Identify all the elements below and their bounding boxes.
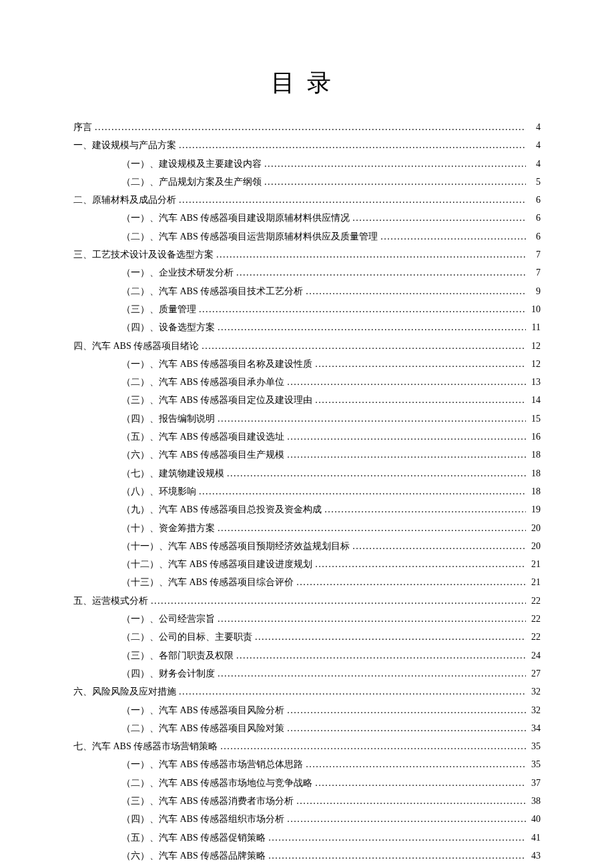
toc-entry[interactable]: 六、风险风险及应对措施32: [73, 683, 541, 701]
toc-entry-label: （七）、汽车 ABS 传感器整合营销: [121, 865, 266, 868]
toc-entry[interactable]: 二、原辅材料及成品分析6: [73, 191, 541, 209]
toc-entry[interactable]: （三）、汽车 ABS 传感器消费者市场分析38: [73, 792, 541, 810]
toc-entry[interactable]: （四）、财务会计制度27: [73, 665, 541, 683]
toc-entry-label: （六）、汽车 ABS 传感器项目生产规模: [121, 446, 284, 464]
toc-entry-page: 7: [529, 264, 541, 282]
toc-entry-label: （二）、汽车 ABS 传感器项目风险对策: [121, 719, 284, 737]
toc-entry-label: 序言: [73, 118, 92, 136]
toc-entry-label: （三）、各部门职责及权限: [121, 646, 234, 665]
toc-entry[interactable]: （二）、汽车 ABS 传感器项目风险对策34: [73, 719, 541, 737]
toc-entry[interactable]: （十一）、汽车 ABS 传感器项目预期经济效益规划目标20: [73, 537, 541, 555]
toc-entry[interactable]: （十三）、汽车 ABS 传感器项目综合评价21: [73, 573, 541, 591]
toc-entry-page: 38: [529, 792, 541, 810]
toc-entry[interactable]: （三）、质量管理10: [73, 300, 541, 318]
toc-entry[interactable]: （四）、报告编制说明15: [73, 410, 541, 428]
toc-entry-label: （八）、环境影响: [121, 482, 196, 500]
toc-entry[interactable]: （五）、汽车 ABS 传感器项目建设选址16: [73, 428, 541, 446]
toc-entry[interactable]: （一）、汽车 ABS 传感器项目风险分析32: [73, 701, 541, 719]
toc-entry-label: 二、原辅材料及成品分析: [73, 191, 176, 209]
toc-entry-page: 10: [529, 300, 541, 318]
toc-entry-page: 40: [529, 810, 541, 828]
toc-entry[interactable]: （六）、汽车 ABS 传感器品牌策略43: [73, 847, 541, 865]
toc-entry-page: 18: [529, 482, 541, 500]
toc-entry-page: 11: [529, 318, 541, 336]
toc-dots: [227, 464, 526, 482]
toc-entry[interactable]: （一）、企业技术研发分析7: [73, 264, 541, 282]
toc-entry-page: 27: [529, 665, 541, 683]
toc-entry[interactable]: （十二）、汽车 ABS 传感器项目建设进度规划21: [73, 555, 541, 573]
toc-entry-label: （五）、汽车 ABS 传感器项目建设选址: [121, 428, 284, 446]
toc-entry[interactable]: （二）、汽车 ABS 传感器项目技术工艺分析9: [73, 282, 541, 300]
toc-entry-label: （一）、汽车 ABS 传感器市场营销总体思路: [121, 755, 303, 773]
toc-dots: [380, 228, 526, 246]
toc-entry[interactable]: （五）、汽车 ABS 传感器促销策略41: [73, 829, 541, 847]
toc-entry-label: 七、汽车 ABS 传感器市场营销策略: [73, 737, 218, 755]
toc-entry[interactable]: （六）、汽车 ABS 传感器项目生产规模18: [73, 446, 541, 464]
toc-entry-label: （二）、公司的目标、主要职责: [121, 628, 252, 646]
toc-entry-page: 13: [529, 373, 541, 391]
toc-entry-label: （十）、资金筹措方案: [121, 519, 215, 537]
toc-dots: [268, 847, 526, 865]
toc-entry-label: 五、运营模式分析: [73, 592, 148, 610]
toc-entry-label: （一）、汽车 ABS 传感器项目建设期原辅材料供应情况: [121, 209, 350, 227]
toc-entry-page: 5: [529, 173, 541, 191]
toc-entry[interactable]: （三）、汽车 ABS 传感器项目定位及建设理由14: [73, 391, 541, 409]
toc-entry[interactable]: （二）、汽车 ABS 传感器项目承办单位13: [73, 373, 541, 391]
toc-dots: [179, 191, 526, 209]
toc-entry[interactable]: （一）、汽车 ABS 传感器项目名称及建设性质12: [73, 355, 541, 373]
toc-entry[interactable]: （二）、公司的目标、主要职责22: [73, 628, 541, 646]
toc-entry[interactable]: （九）、汽车 ABS 传感器项目总投资及资金构成19: [73, 500, 541, 518]
toc-entry-page: 34: [529, 719, 541, 737]
toc-dots: [236, 646, 526, 665]
toc-entry-page: 6: [529, 191, 541, 209]
toc-entry[interactable]: 三、工艺技术设计及设备选型方案7: [73, 246, 541, 264]
toc-entry[interactable]: （三）、各部门职责及权限24: [73, 646, 541, 665]
toc-entry-page: 4: [529, 155, 541, 173]
toc-dots: [264, 173, 526, 191]
toc-entry[interactable]: （一）、建设规模及主要建设内容4: [73, 155, 541, 173]
toc-entry-page: 24: [529, 646, 541, 665]
toc-entry[interactable]: （四）、汽车 ABS 传感器组织市场分析40: [73, 810, 541, 828]
toc-entry[interactable]: （二）、汽车 ABS 传感器市场地位与竞争战略37: [73, 774, 541, 792]
toc-entry-page: 20: [529, 519, 541, 537]
toc-entry-page: 41: [529, 829, 541, 847]
toc-entry-label: （二）、汽车 ABS 传感器市场地位与竞争战略: [121, 774, 312, 792]
toc-entry[interactable]: （一）、公司经营宗旨22: [73, 610, 541, 628]
toc-entry-page: 37: [529, 774, 541, 792]
toc-entry[interactable]: （二）、汽车 ABS 传感器项目运营期原辅材料供应及质量管理6: [73, 228, 541, 246]
toc-entry-page: 9: [529, 282, 541, 300]
toc-entry-page: 6: [529, 209, 541, 227]
toc-entry[interactable]: （一）、汽车 ABS 传感器市场营销总体思路35: [73, 755, 541, 773]
toc-dots: [218, 610, 526, 628]
toc-entry-page: 15: [529, 410, 541, 428]
toc-entry[interactable]: 序言4: [73, 118, 541, 136]
toc-entry[interactable]: （七）、建筑物建设规模18: [73, 464, 541, 482]
toc-entry-label: （一）、公司经营宗旨: [121, 610, 215, 628]
toc-entry-page: 12: [529, 337, 541, 355]
toc-entry-label: （一）、汽车 ABS 传感器项目名称及建设性质: [121, 355, 312, 373]
toc-dots: [255, 628, 526, 646]
toc-dots: [179, 683, 526, 701]
toc-dots: [287, 701, 526, 719]
toc-entry[interactable]: （一）、汽车 ABS 传感器项目建设期原辅材料供应情况6: [73, 209, 541, 227]
toc-entry-page: 19: [529, 500, 541, 518]
toc-entry[interactable]: （十）、资金筹措方案20: [73, 519, 541, 537]
toc-entry-page: 14: [529, 391, 541, 409]
toc-entry-label: 一、建设规模与产品方案: [73, 136, 176, 154]
toc-entry[interactable]: （二）、产品规划方案及生产纲领5: [73, 173, 541, 191]
toc-entry-label: （四）、财务会计制度: [121, 665, 215, 683]
toc-entry-label: （一）、汽车 ABS 传感器项目风险分析: [121, 701, 284, 719]
toc-entry[interactable]: 七、汽车 ABS 传感器市场营销策略35: [73, 737, 541, 755]
toc-entry[interactable]: （四）、设备选型方案11: [73, 318, 541, 336]
toc-entry-label: （十二）、汽车 ABS 传感器项目建设进度规划: [121, 555, 312, 573]
toc-dots: [315, 355, 526, 373]
toc-entry-label: （六）、汽车 ABS 传感器品牌策略: [121, 847, 266, 865]
toc-dots: [268, 865, 526, 868]
toc-entry[interactable]: （八）、环境影响18: [73, 482, 541, 500]
toc-dots: [179, 136, 526, 154]
toc-entry[interactable]: 四、汽车 ABS 传感器项目绪论12: [73, 337, 541, 355]
toc-entry[interactable]: 一、建设规模与产品方案4: [73, 136, 541, 154]
toc-entry-label: （十三）、汽车 ABS 传感器项目综合评价: [121, 573, 294, 591]
toc-entry[interactable]: 五、运营模式分析22: [73, 592, 541, 610]
toc-entry[interactable]: （七）、汽车 ABS 传感器整合营销45: [73, 865, 541, 868]
